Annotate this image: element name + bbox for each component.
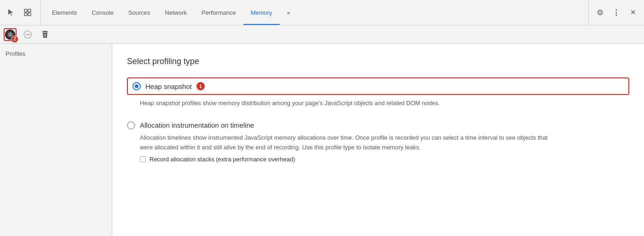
heap-snapshot-description: Heap snapshot profiles show memory distr…: [140, 99, 554, 108]
allocation-timeline-header: Allocation instrumentation on timeline: [127, 121, 629, 130]
toolbar-icon-group: [4, 0, 41, 25]
close-icon: ✕: [630, 8, 636, 17]
profiling-options: Heap snapshot 1 Heap snapshot profiles s…: [127, 77, 629, 163]
main-toolbar: Elements Console Sources Network Perform…: [0, 0, 644, 25]
tab-more[interactable]: »: [280, 0, 298, 25]
record-button-wrap: 2: [4, 28, 17, 41]
stop-recording-button[interactable]: [20, 27, 35, 42]
sidebar: Profiles: [0, 44, 112, 236]
tab-sources[interactable]: Sources: [121, 0, 158, 25]
heap-snapshot-option: Heap snapshot 1 Heap snapshot profiles s…: [127, 77, 629, 108]
tab-memory[interactable]: Memory: [243, 0, 280, 25]
svg-rect-0: [24, 9, 27, 12]
sidebar-profiles-label: Profiles: [0, 47, 112, 60]
settings-icon: ⚙: [597, 8, 604, 18]
main-content: Select profiling type Heap snapshot 1 He…: [112, 44, 644, 236]
main-layout: Profiles Select profiling type Heap snap…: [0, 44, 644, 236]
sub-toolbar: 2: [0, 25, 644, 44]
inspect-icon[interactable]: [20, 5, 35, 20]
allocation-timeline-label: Allocation instrumentation on timeline: [140, 121, 254, 129]
heap-snapshot-label: Heap snapshot: [145, 83, 192, 90]
svg-rect-2: [24, 13, 27, 16]
allocation-timeline-radio[interactable]: [127, 121, 135, 130]
svg-rect-1: [28, 9, 31, 12]
heap-snapshot-radio[interactable]: [132, 82, 141, 90]
settings-button[interactable]: ⚙: [592, 5, 607, 20]
subtoolbar-icons: 2: [4, 27, 116, 42]
record-badge: 2: [11, 35, 18, 43]
tab-console[interactable]: Console: [84, 0, 121, 25]
nav-tabs: Elements Console Sources Network Perform…: [41, 0, 588, 25]
record-stacks-checkbox[interactable]: [140, 156, 146, 162]
svg-rect-3: [28, 13, 31, 16]
section-title: Select profiling type: [127, 57, 629, 66]
tab-network[interactable]: Network: [158, 0, 195, 25]
more-menu-button[interactable]: ⋮: [609, 5, 624, 20]
record-stacks-label: Record allocation stacks (extra performa…: [150, 156, 295, 163]
clear-profiles-button[interactable]: [38, 27, 52, 42]
close-devtools-button[interactable]: ✕: [626, 5, 640, 20]
heap-snapshot-selected-border: Heap snapshot 1: [127, 77, 629, 95]
toolbar-right-controls: ⚙ ⋮ ✕: [588, 0, 640, 25]
more-dots-icon: ⋮: [612, 8, 621, 18]
tab-elements[interactable]: Elements: [45, 0, 84, 25]
allocation-timeline-description: Allocation timelines show instrumented J…: [140, 133, 554, 153]
tab-performance[interactable]: Performance: [194, 0, 243, 25]
allocation-timeline-option: Allocation instrumentation on timeline A…: [127, 121, 629, 163]
record-stacks-wrap: Record allocation stacks (extra performa…: [140, 156, 629, 163]
heap-snapshot-badge: 1: [196, 82, 205, 90]
cursor-icon[interactable]: [4, 5, 18, 20]
